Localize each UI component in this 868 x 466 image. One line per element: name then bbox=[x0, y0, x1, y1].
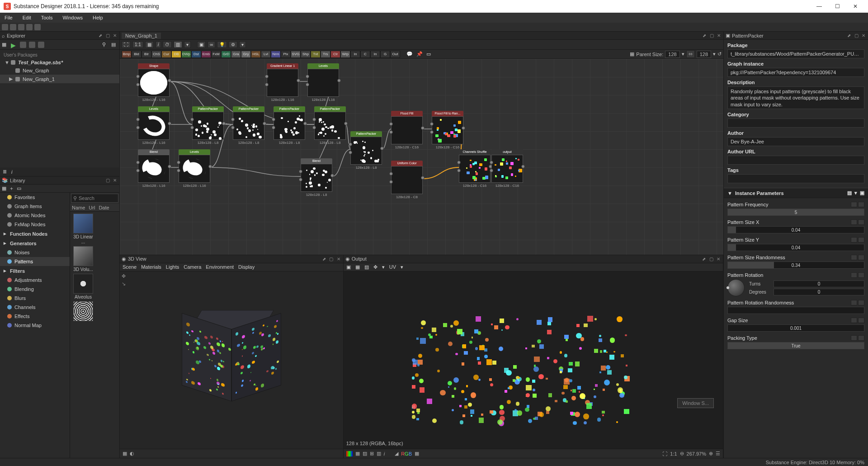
link-icon[interactable]: ∞ bbox=[208, 41, 215, 48]
library-item[interactable]: Alveolus bbox=[72, 274, 94, 300]
param-menu-icon[interactable] bbox=[851, 255, 857, 260]
toolbar-icon[interactable]: ▦ bbox=[2, 42, 8, 48]
library-category[interactable]: Normal Map bbox=[0, 321, 70, 330]
panel-close-icon[interactable]: ✕ bbox=[112, 33, 118, 38]
graph-node[interactable]: Blend128x128 - L8 bbox=[301, 158, 332, 197]
param-menu-icon[interactable] bbox=[858, 237, 864, 243]
view3d-menu[interactable]: Environment bbox=[206, 264, 234, 270]
close-button[interactable]: ✕ bbox=[846, 0, 864, 13]
fit-icon[interactable]: ⛶ bbox=[662, 451, 667, 456]
node-chip[interactable]: Trs bbox=[321, 51, 330, 58]
graph-node[interactable]: Levels128x128 - L16 bbox=[179, 149, 210, 188]
toolbar-icon[interactable]: ▦ bbox=[355, 264, 360, 270]
pin-icon[interactable]: 📌 bbox=[416, 51, 423, 57]
output-viewport[interactable]: 128 x 128 (RGBA, 16bpc) Window S... bbox=[344, 271, 723, 449]
param-menu-icon[interactable] bbox=[858, 219, 864, 225]
node-chip[interactable]: Dst bbox=[191, 51, 201, 58]
instance-field[interactable]: pkg:///PatternPacker?dependency=13210096… bbox=[727, 68, 864, 77]
panel-pin-icon[interactable]: ⬈ bbox=[321, 256, 327, 262]
param-menu-icon[interactable] bbox=[851, 335, 857, 341]
menu-help[interactable]: Help bbox=[91, 14, 105, 21]
toolbar-dropdown[interactable]: ▾ bbox=[401, 264, 403, 270]
channel-icon[interactable]: ▦ bbox=[355, 451, 360, 456]
library-item[interactable]: 3D Linear ... bbox=[72, 214, 94, 244]
light-icon[interactable]: 💡 bbox=[217, 41, 227, 48]
graph-node[interactable]: PatternPacker128x128 - L8 bbox=[233, 106, 264, 145]
toolbar-icon[interactable] bbox=[2, 24, 8, 30]
info-icon[interactable]: i bbox=[156, 41, 161, 48]
node-chip[interactable]: In bbox=[350, 51, 360, 58]
menu-windows[interactable]: Windows bbox=[61, 14, 85, 21]
graph-node[interactable]: Flood Fill128x128 - C16 bbox=[391, 111, 423, 149]
node-chip[interactable]: G bbox=[380, 51, 390, 58]
graph-node[interactable]: Shape128x128 - L16 bbox=[138, 63, 170, 102]
panel-close-icon[interactable]: ✕ bbox=[336, 256, 341, 262]
menu-edit[interactable]: Edit bbox=[21, 14, 33, 21]
library-category[interactable]: Blurs bbox=[0, 294, 70, 303]
node-chip[interactable]: SVG bbox=[291, 51, 301, 58]
parent-size-a[interactable]: 128 bbox=[665, 51, 679, 58]
menu-tools[interactable]: Tools bbox=[39, 14, 55, 21]
param-menu-icon[interactable] bbox=[851, 202, 857, 207]
library-category[interactable]: ▸Generators bbox=[0, 238, 70, 248]
node-chip[interactable]: In bbox=[370, 51, 380, 58]
panel-close-icon[interactable]: ✕ bbox=[861, 33, 866, 38]
param-menu-icon[interactable] bbox=[851, 272, 857, 278]
params-icon[interactable]: ▤ bbox=[847, 190, 852, 196]
graph-node[interactable]: Uniform Color128x128 - C8 bbox=[391, 161, 423, 199]
tool-icon[interactable]: ↘ bbox=[122, 281, 126, 287]
collapse-icon[interactable]: ▼ bbox=[727, 190, 732, 196]
graph-node[interactable]: Channels Shuffle128x128 - C16 bbox=[459, 149, 491, 188]
channel-rgb-icon[interactable] bbox=[346, 451, 353, 456]
panel-float-icon[interactable]: ▢ bbox=[105, 178, 110, 183]
node-chip[interactable]: Bmp bbox=[122, 51, 132, 58]
graph-canvas[interactable]: Shape128x128 - L16Gradient Linear 1128x1… bbox=[120, 59, 723, 255]
param-menu-icon[interactable] bbox=[858, 300, 864, 305]
library-category[interactable]: Patterns bbox=[0, 257, 70, 266]
parameter-slider[interactable]: 0.001 bbox=[727, 324, 864, 332]
node-chip[interactable]: Gry bbox=[241, 51, 251, 58]
library-item[interactable]: 3D Volu... bbox=[72, 246, 94, 272]
category-field[interactable] bbox=[727, 119, 864, 128]
node-chip[interactable]: Txt bbox=[311, 51, 321, 58]
graph-node[interactable]: Gradient Linear 1128x128 - L16 bbox=[267, 63, 298, 102]
library-column-header[interactable]: Name bbox=[72, 205, 85, 210]
graph-node[interactable]: PatternPacker128x128 - L8 bbox=[274, 106, 305, 145]
maximize-button[interactable]: ☐ bbox=[828, 0, 846, 13]
author-field[interactable]: Dev Bye-A-Jee bbox=[727, 137, 864, 146]
toolbar-icon[interactable]: ＋ bbox=[9, 185, 14, 192]
node-chip[interactable]: Lvl bbox=[261, 51, 271, 58]
tags-field[interactable] bbox=[727, 174, 864, 183]
toolbar-icon[interactable]: ▦ bbox=[2, 185, 6, 191]
panel-close-icon[interactable]: ✕ bbox=[716, 256, 721, 262]
graph-node[interactable]: Blend128x128 - L16 bbox=[138, 149, 170, 188]
highlight-button[interactable]: ▥ bbox=[174, 41, 182, 48]
uv-label[interactable]: UV bbox=[389, 264, 396, 270]
package-field[interactable]: t_library/substances/Wood/PatternPackerG… bbox=[727, 49, 864, 58]
node-chip[interactable]: Blr bbox=[142, 51, 151, 58]
node-chip[interactable]: HSL bbox=[251, 51, 261, 58]
library-category[interactable]: Channels bbox=[0, 303, 70, 312]
graph-node[interactable]: Flood Fill to Ran...128x128 - C16 bbox=[432, 111, 463, 149]
graph-tab[interactable]: New_Graph_1 bbox=[122, 33, 161, 39]
channel-icon[interactable]: ▨ bbox=[363, 451, 367, 456]
library-search-input[interactable]: ⚲ Search bbox=[71, 194, 118, 203]
node-chip[interactable]: Gra bbox=[231, 51, 241, 58]
view3d-menu[interactable]: Materials bbox=[141, 264, 161, 270]
param-menu-icon[interactable] bbox=[851, 300, 857, 305]
node-chip[interactable]: C bbox=[360, 51, 370, 58]
node-chip[interactable]: Clr bbox=[330, 51, 340, 58]
library-category[interactable]: Effects bbox=[0, 312, 70, 321]
toolbar-icon[interactable]: ▦ bbox=[415, 451, 419, 456]
tree-item[interactable]: ▶New_Graph_1 bbox=[0, 75, 119, 83]
gear-icon[interactable]: ⚙ bbox=[229, 41, 237, 48]
view3d-viewport[interactable]: ✥ ↘ bbox=[120, 271, 343, 449]
param-menu-icon[interactable] bbox=[858, 318, 864, 323]
library-category[interactable]: ▸Filters bbox=[0, 266, 70, 276]
library-category[interactable]: Adjustments bbox=[0, 276, 70, 285]
toolbar-icon[interactable] bbox=[29, 42, 35, 48]
panel-float-icon[interactable]: ▢ bbox=[854, 33, 859, 38]
params-dropdown[interactable]: ▾ bbox=[854, 190, 857, 196]
toolbar-icon[interactable]: ▣ bbox=[346, 264, 351, 270]
panel-close-icon[interactable]: ✕ bbox=[716, 33, 722, 38]
